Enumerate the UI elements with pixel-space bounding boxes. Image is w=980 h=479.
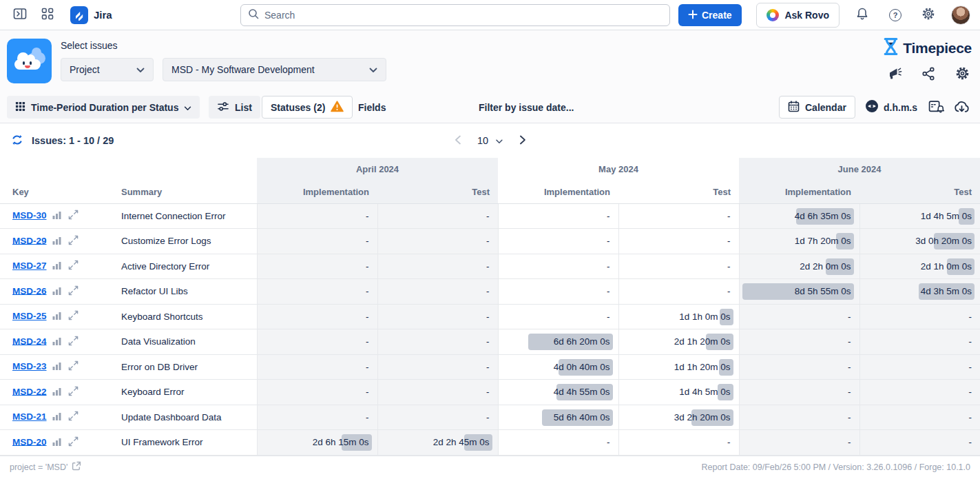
expand-icon[interactable] xyxy=(68,436,79,449)
issue-key-link[interactable]: MSD-21 xyxy=(12,411,47,422)
duration-text: - xyxy=(366,211,369,221)
app-switcher-button[interactable] xyxy=(37,5,58,26)
duration-text: - xyxy=(848,336,851,347)
duration-text: - xyxy=(486,336,490,347)
ask-rovo-button[interactable]: Ask Rovo xyxy=(756,3,840,28)
duration-cell: - xyxy=(618,254,739,279)
report-footer: project = 'MSD' Report Date: 09/Feb/26 5… xyxy=(0,456,980,478)
issue-key-link[interactable]: MSD-23 xyxy=(12,361,47,371)
page-size-select[interactable]: 10 xyxy=(477,135,503,146)
create-button[interactable]: Create xyxy=(678,4,742,26)
duration-text: - xyxy=(607,312,610,322)
duration-text: - xyxy=(848,362,851,372)
bell-icon xyxy=(855,7,869,23)
refresh-button[interactable] xyxy=(10,133,25,148)
jira-home-link[interactable]: Jira xyxy=(70,6,112,24)
table-row: MSD-27Active Directory Error----2d 2h 0m… xyxy=(0,254,980,279)
page-size-value: 10 xyxy=(477,135,488,146)
app-settings-button[interactable] xyxy=(954,66,970,83)
duration-text: - xyxy=(366,412,369,422)
issue-key-link[interactable]: MSD-20 xyxy=(12,436,47,447)
chevron-right-icon xyxy=(519,135,525,147)
duration-cell: - xyxy=(257,304,377,329)
duration-text: 2d 2h 0m 0s xyxy=(800,261,851,272)
view-mode-button[interactable]: List xyxy=(209,96,260,119)
duration-cell: 1d 4h 5m 0s xyxy=(618,380,739,405)
announcements-button[interactable] xyxy=(886,66,903,83)
next-page-button[interactable] xyxy=(519,135,525,147)
statuses-filter-button[interactable]: Statuses (2) xyxy=(262,96,353,119)
duration-text: - xyxy=(366,286,369,296)
expand-icon[interactable] xyxy=(68,260,79,272)
expand-icon[interactable] xyxy=(68,235,79,247)
duration-cell: - xyxy=(257,279,377,305)
issue-key-link[interactable]: MSD-26 xyxy=(12,285,47,296)
project-dropdown[interactable]: MSD - My Software Development xyxy=(163,58,386,81)
expand-icon[interactable] xyxy=(68,360,79,373)
fields-button[interactable]: Fields xyxy=(358,91,386,123)
report-info: Report Date: 09/Feb/26 5:00 PM / Version… xyxy=(701,462,970,472)
duration-text: 2d 1h 0m 0s xyxy=(921,261,972,272)
previous-page-button[interactable] xyxy=(455,135,461,147)
duration-cell: - xyxy=(859,304,980,329)
table-row: MSD-20UI Framework Error2d 6h 15m 0s2d 2… xyxy=(0,430,980,456)
issue-key-link[interactable]: MSD-22 xyxy=(12,386,47,396)
bar-chart-icon[interactable] xyxy=(52,361,61,372)
duration-text: 3d 2h 20m 0s xyxy=(674,412,731,422)
duration-text: - xyxy=(486,312,490,322)
scheduled-report-button[interactable] xyxy=(928,91,944,123)
status-column-header: Test xyxy=(377,181,498,203)
column-header-row: KeySummaryImplementationTestImplementati… xyxy=(0,181,980,203)
chevron-left-icon xyxy=(455,135,461,147)
expand-icon[interactable] xyxy=(68,336,79,348)
duration-format-label: d.h.m.s xyxy=(884,102,917,113)
global-search[interactable] xyxy=(240,4,670,26)
pagination: 10 xyxy=(455,123,525,158)
duration-text: - xyxy=(727,261,731,272)
export-button[interactable] xyxy=(954,91,970,123)
duration-cell: 3d 0h 20m 0s xyxy=(859,229,980,254)
report-type-dropdown[interactable]: Time-Period Duration per Status xyxy=(7,96,200,119)
bar-chart-icon[interactable] xyxy=(52,311,61,322)
issue-key-link[interactable]: MSD-24 xyxy=(12,336,47,346)
sidebar-toggle-button[interactable] xyxy=(10,5,30,26)
issue-key-link[interactable]: MSD-25 xyxy=(12,311,47,321)
bar-chart-icon[interactable] xyxy=(52,437,61,448)
expand-icon[interactable] xyxy=(68,310,79,323)
bar-chart-icon[interactable] xyxy=(52,210,61,221)
report-table: April 2024May 2024June 2024 KeySummaryIm… xyxy=(0,158,980,456)
key-cell: MSD-29 xyxy=(0,229,118,254)
table-row: MSD-29Customize Error Logs----1d 7h 20m … xyxy=(0,229,980,254)
jql-text: project = 'MSD' xyxy=(10,462,67,472)
expand-icon[interactable] xyxy=(68,285,79,298)
help-button[interactable]: ? xyxy=(885,5,906,26)
expand-icon[interactable] xyxy=(68,411,79,423)
duration-format-toggle[interactable]: d.h.m.s xyxy=(865,91,917,123)
issue-scope-value: Project xyxy=(70,64,100,75)
calendar-view-button[interactable]: Calendar xyxy=(779,96,855,119)
bar-chart-icon[interactable] xyxy=(52,236,61,247)
external-link-icon[interactable] xyxy=(72,461,81,473)
search-input[interactable] xyxy=(264,10,663,21)
bar-chart-icon[interactable] xyxy=(52,336,61,347)
share-button[interactable] xyxy=(920,66,937,83)
grid-icon xyxy=(15,101,25,114)
duration-text: 3d 0h 20m 0s xyxy=(915,236,972,246)
bar-chart-icon[interactable] xyxy=(52,261,61,272)
issue-date-filter[interactable]: Filter by issue date... xyxy=(479,91,574,123)
report-toolbar: Time-Period Duration per Status List Sta… xyxy=(0,91,980,123)
bar-chart-icon[interactable] xyxy=(52,411,61,422)
bar-chart-icon[interactable] xyxy=(52,286,61,297)
issue-key-link[interactable]: MSD-30 xyxy=(12,210,47,221)
user-avatar[interactable] xyxy=(951,6,970,25)
summary-cell: Refactor UI Libs xyxy=(118,279,257,305)
notifications-button[interactable] xyxy=(852,5,873,26)
timepiece-app-icon[interactable] xyxy=(7,39,52,83)
expand-icon[interactable] xyxy=(68,386,79,398)
settings-button[interactable] xyxy=(918,5,939,26)
issue-scope-dropdown[interactable]: Project xyxy=(61,58,154,81)
expand-icon[interactable] xyxy=(68,210,79,222)
bar-chart-icon[interactable] xyxy=(52,387,61,398)
issue-key-link[interactable]: MSD-29 xyxy=(12,235,47,245)
issue-key-link[interactable]: MSD-27 xyxy=(12,261,47,271)
